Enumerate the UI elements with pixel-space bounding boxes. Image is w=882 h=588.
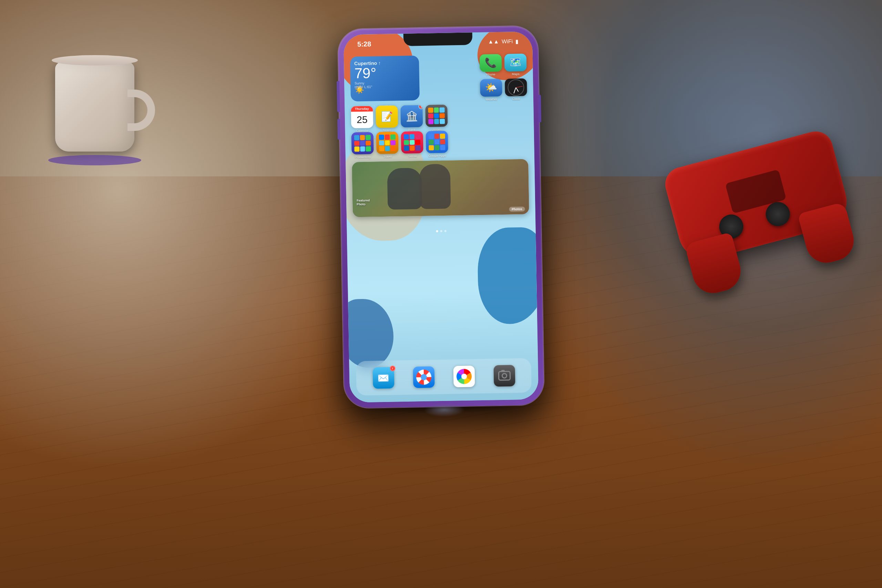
featured-label: FeaturedPhoto	[357, 198, 370, 206]
calendar-app-icon[interactable]: Thursday 25	[351, 106, 373, 128]
phone-app-label: Phone	[486, 73, 495, 76]
ios-homescreen: 5:28 ▲▲ WiFi ▮ Cupertino ↑ 79° ☀️	[344, 32, 539, 402]
page-dot-1[interactable]	[436, 230, 438, 232]
calendar-day: Thursday	[351, 106, 373, 112]
weather-app-wrapper[interactable]: 🌤️ Weather	[480, 79, 502, 101]
wifi-icon: WiFi	[502, 38, 513, 45]
coffee-mug	[45, 41, 155, 172]
home-content: Cupertino ↑ 79° ☀️ Sunny H:88° L:61° Wea…	[344, 51, 538, 357]
phone-icon: 📞	[484, 57, 497, 69]
camera-lens-icon	[501, 373, 507, 379]
mug-handle	[128, 90, 155, 131]
social-app-icon[interactable]	[401, 131, 423, 154]
mail-dock-icon[interactable]: ✉️ 7	[372, 367, 394, 388]
social-label: Social	[408, 154, 417, 158]
camera-dock-wrapper[interactable]	[494, 365, 515, 387]
camera-body-icon	[498, 371, 510, 381]
weather-app-icon[interactable]: 🌤️	[480, 79, 502, 97]
maps-icon: 🗺️	[509, 57, 522, 68]
person1	[387, 168, 422, 210]
page-dot-3[interactable]	[444, 230, 447, 232]
clock-app-wrapper[interactable]: Clock	[505, 78, 527, 101]
social-app-wrapper[interactable]: Social	[401, 131, 423, 158]
weather-app-label: Weather	[486, 98, 497, 101]
mail-icon: ✉️	[377, 372, 390, 384]
bank-app-icon[interactable]: 🏦 1	[400, 105, 423, 128]
signal-icon: ▲▲	[488, 39, 499, 45]
notes-app-wrapper[interactable]: 📝 Notes	[375, 105, 398, 132]
maps-app-icon[interactable]: 🗺️	[504, 54, 527, 72]
mail-badge: 7	[390, 366, 395, 371]
dock: ✉️ 7	[356, 358, 532, 396]
google-apps-label: Google Apps	[428, 154, 446, 158]
photos-widget-label: FeaturedPhoto	[357, 198, 370, 207]
volume-up-button[interactable]	[337, 91, 340, 112]
photos-rainbow-icon	[456, 369, 472, 384]
phone-app-wrapper[interactable]: 📞 Phone	[480, 54, 502, 76]
weather-description: Sunny H:88° L:61°	[354, 80, 415, 89]
calendar-app-wrapper[interactable]: Thursday 25 Calendar	[351, 106, 373, 133]
safari-compass-icon	[416, 370, 431, 385]
travel-app-icon[interactable]	[376, 132, 399, 154]
notes-app-icon[interactable]: 📝	[375, 105, 398, 128]
bank-app-wrapper[interactable]: 🏦 1 Bank	[400, 105, 423, 132]
google-apps-wrapper[interactable]: Google Apps	[426, 131, 448, 158]
status-icons: ▲▲ WiFi ▮	[488, 38, 519, 45]
clock-app-icon[interactable]	[505, 78, 527, 96]
bank-badge: 1	[418, 105, 423, 109]
clock-minute-hand	[514, 87, 516, 93]
productivity-folder	[351, 132, 374, 154]
iphone-screen: 5:28 ▲▲ WiFi ▮ Cupertino ↑ 79° ☀️	[344, 32, 539, 402]
battery-icon: ▮	[515, 38, 519, 44]
maps-app-wrapper[interactable]: 🗺️ Maps	[504, 54, 527, 76]
status-time: 5:28	[357, 40, 371, 48]
phone-app-icon[interactable]: 📞	[480, 54, 502, 72]
mug-coaster	[48, 155, 141, 165]
weather-city: Cupertino ↑	[354, 60, 415, 66]
mug-body	[55, 62, 134, 152]
notes-icon: 📝	[381, 111, 393, 122]
travel-folder	[376, 132, 399, 154]
notch	[404, 32, 473, 46]
google-apps-icon[interactable]	[426, 131, 448, 153]
maps-app-label: Maps	[512, 72, 519, 76]
safari-dock-wrapper[interactable]	[413, 366, 435, 388]
mug-rim	[52, 55, 138, 66]
bank-icon: 🏦	[405, 110, 418, 122]
clock-second-hand	[516, 86, 523, 87]
page-dot-2[interactable]	[440, 230, 442, 232]
google-folder	[426, 131, 448, 153]
top-right-app-grid: 📞 Phone 🗺️ Maps 🌤️	[480, 54, 527, 101]
photos-dock-icon[interactable]	[453, 366, 475, 387]
camera-flash-icon	[501, 370, 504, 372]
weather-icon: 🌤️	[485, 82, 498, 93]
volume-down-button[interactable]	[337, 119, 340, 140]
clock-app-label: Clock	[512, 97, 520, 100]
person2	[419, 164, 451, 209]
photos-center-dot	[461, 374, 466, 379]
calendar-date: 25	[351, 111, 374, 128]
side-button[interactable]	[538, 95, 541, 122]
productivity-app-icon[interactable]	[351, 132, 374, 154]
utilities-app-icon[interactable]	[425, 105, 447, 127]
weather-temperature: 79°	[354, 65, 415, 81]
safari-compass-center	[420, 374, 426, 380]
safari-dock-icon[interactable]	[413, 366, 435, 388]
iphone-device: 5:28 ▲▲ WiFi ▮ Cupertino ↑ 79° ☀️	[338, 26, 544, 408]
photos-dock-wrapper[interactable]	[453, 366, 475, 387]
weather-widget[interactable]: Cupertino ↑ 79° ☀️ Sunny H:88° L:61°	[350, 56, 420, 101]
iphone-body: 5:28 ▲▲ WiFi ▮ Cupertino ↑ 79° ☀️	[338, 26, 544, 408]
camera-dock-icon[interactable]	[494, 365, 515, 387]
travel-label: Travel	[383, 154, 392, 158]
productivity-app-wrapper[interactable]: Productivity	[351, 132, 374, 159]
app-row2: Thursday 25 Calendar 📝 Notes	[351, 105, 447, 133]
photos-image	[352, 159, 529, 218]
mail-dock-wrapper[interactable]: ✉️ 7	[372, 367, 394, 388]
utilities-app-wrapper[interactable]: Utilities	[425, 105, 447, 132]
app-row3: Productivity	[351, 131, 448, 159]
photos-widget[interactable]: FeaturedPhoto Photos	[352, 159, 529, 218]
social-folder	[401, 131, 423, 154]
photos-app-button[interactable]: Photos	[509, 207, 525, 212]
productivity-label: Productivity	[355, 155, 371, 159]
travel-app-wrapper[interactable]: Travel	[376, 132, 399, 159]
